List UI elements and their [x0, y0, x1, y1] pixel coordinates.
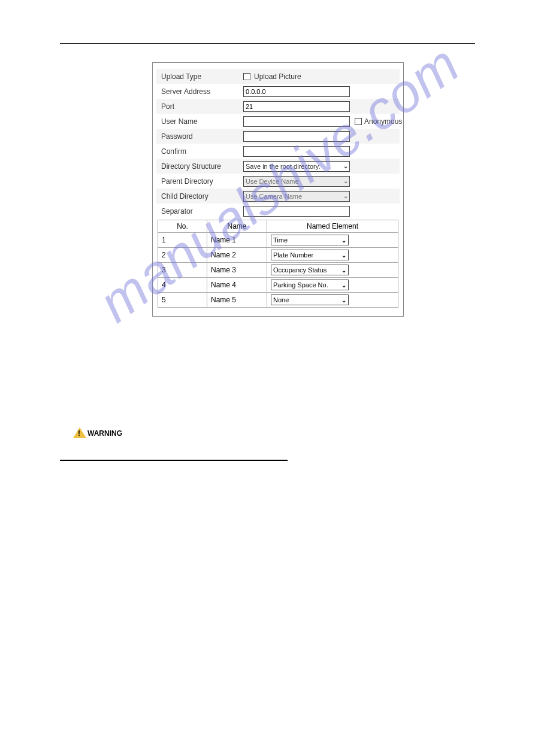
server-address-label: Server Address	[156, 87, 243, 96]
warning-label: WARNING	[87, 429, 122, 438]
named-element-value: Plate Number	[273, 251, 313, 259]
user-name-input[interactable]	[243, 116, 350, 127]
chevron-down-icon: ⌄	[343, 178, 348, 184]
confirm-label: Confirm	[156, 147, 243, 156]
row-confirm: Confirm	[156, 144, 400, 159]
cell-element: None ⌄	[267, 293, 398, 308]
named-element-select[interactable]: Parking Space No. ⌄	[271, 280, 349, 290]
chevron-down-icon: ⌄	[343, 193, 348, 199]
table-row: 4 Name 4 Parking Space No. ⌄	[158, 278, 398, 293]
row-separator: Separator	[156, 204, 400, 218]
chevron-down-icon: ⌄	[341, 252, 346, 259]
cell-name: Name 3	[207, 263, 267, 278]
table-header-named-element: Named Element	[267, 220, 398, 233]
table-header-name: Name	[207, 220, 267, 233]
upload-picture-checkbox[interactable]	[243, 73, 250, 80]
upload-picture-label: Upload Picture	[254, 72, 301, 81]
cell-no: 2	[158, 248, 207, 263]
named-element-select[interactable]: Occupancy Status ⌄	[271, 265, 349, 275]
named-element-select[interactable]: None ⌄	[271, 294, 349, 305]
row-parent-directory: Parent Directory Use Device Name ⌄	[156, 174, 400, 189]
anonymous-label: Anonymous	[364, 117, 402, 126]
named-element-value: Parking Space No.	[273, 281, 328, 289]
warning-block: WARNING	[73, 427, 122, 438]
cell-name: Name 2	[207, 248, 267, 263]
cell-no: 3	[158, 263, 207, 278]
ftp-config-panel: Upload Type Upload Picture Server Addres…	[152, 62, 404, 317]
named-elements-table: No. Name Named Element 1 Name 1 Time ⌄ 2…	[158, 220, 398, 308]
warning-rule	[60, 460, 288, 461]
table-row: 2 Name 2 Plate Number ⌄	[158, 248, 398, 263]
user-name-label: User Name	[156, 117, 243, 126]
page-top-rule	[60, 43, 475, 44]
named-element-select[interactable]: Time ⌄	[271, 235, 349, 245]
port-label: Port	[156, 102, 243, 111]
table-row: 1 Name 1 Time ⌄	[158, 233, 398, 248]
cell-element: Parking Space No. ⌄	[267, 278, 398, 293]
server-address-input[interactable]	[243, 86, 350, 97]
directory-structure-label: Directory Structure	[156, 162, 243, 171]
parent-directory-select: Use Device Name ⌄	[243, 176, 350, 187]
row-child-directory: Child Directory Use Camera Name ⌄	[156, 189, 400, 204]
named-element-select[interactable]: Plate Number ⌄	[271, 250, 349, 260]
port-input[interactable]	[243, 101, 350, 112]
upload-type-label: Upload Type	[156, 72, 243, 81]
named-element-value: Occupancy Status	[273, 266, 327, 274]
chevron-down-icon: ⌄	[341, 282, 346, 289]
cell-no: 1	[158, 233, 207, 248]
table-row: 5 Name 5 None ⌄	[158, 293, 398, 308]
warning-icon	[73, 427, 86, 438]
row-port: Port	[156, 99, 400, 114]
separator-label: Separator	[156, 207, 243, 215]
table-row: 3 Name 3 Occupancy Status ⌄	[158, 263, 398, 278]
row-directory-structure: Directory Structure Save in the root dir…	[156, 159, 400, 174]
row-upload-type: Upload Type Upload Picture	[156, 69, 400, 84]
cell-element: Occupancy Status ⌄	[267, 263, 398, 278]
cell-name: Name 1	[207, 233, 267, 248]
password-label: Password	[156, 132, 243, 141]
child-directory-select: Use Camera Name ⌄	[243, 191, 350, 202]
parent-directory-label: Parent Directory	[156, 177, 243, 186]
chevron-down-icon: ⌄	[343, 163, 348, 169]
directory-structure-select[interactable]: Save in the root directory. ⌄	[243, 161, 350, 172]
cell-element: Time ⌄	[267, 233, 398, 248]
cell-name: Name 5	[207, 293, 267, 308]
row-user-name: User Name Anonymous	[156, 114, 400, 129]
anonymous-checkbox[interactable]	[355, 118, 362, 125]
row-password: Password	[156, 129, 400, 144]
confirm-input[interactable]	[243, 146, 350, 157]
table-header-no: No.	[158, 220, 207, 233]
directory-structure-value: Save in the root directory.	[246, 163, 321, 170]
chevron-down-icon: ⌄	[341, 237, 346, 244]
parent-directory-value: Use Device Name	[246, 178, 299, 185]
chevron-down-icon: ⌄	[341, 267, 346, 274]
password-input[interactable]	[243, 131, 350, 142]
child-directory-label: Child Directory	[156, 192, 243, 201]
row-server-address: Server Address	[156, 84, 400, 99]
child-directory-value: Use Camera Name	[246, 193, 302, 200]
cell-element: Plate Number ⌄	[267, 248, 398, 263]
cell-no: 5	[158, 293, 207, 308]
named-element-value: Time	[273, 236, 288, 244]
named-element-value: None	[273, 296, 289, 303]
cell-name: Name 4	[207, 278, 267, 293]
separator-input[interactable]	[243, 206, 350, 217]
chevron-down-icon: ⌄	[341, 297, 346, 303]
cell-no: 4	[158, 278, 207, 293]
